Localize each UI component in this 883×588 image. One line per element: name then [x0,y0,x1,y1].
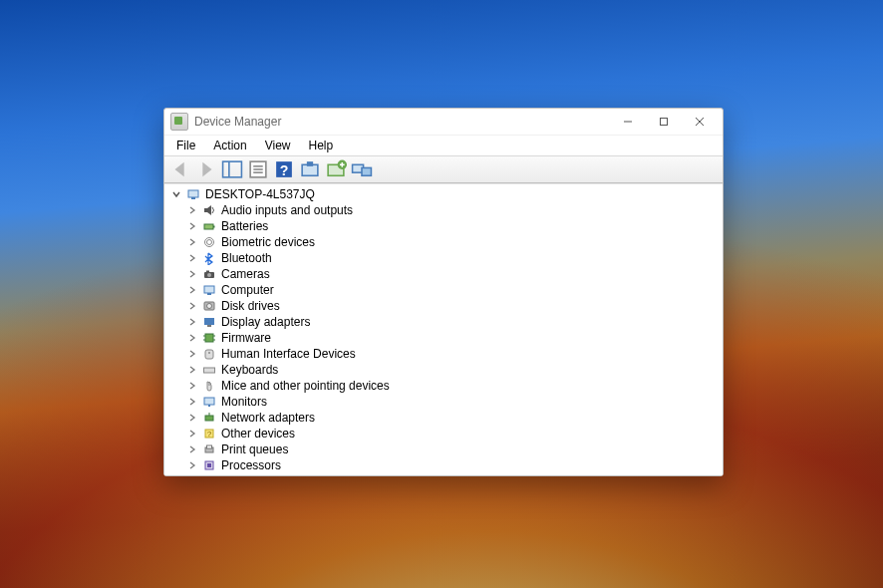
chevron-right-icon[interactable] [186,396,198,408]
tree-category[interactable]: Display adapters [168,314,723,330]
chevron-right-icon[interactable] [186,380,198,392]
properties-button[interactable] [246,157,270,181]
fingerprint-icon [201,234,217,250]
close-button[interactable] [683,111,717,133]
chevron-right-icon[interactable] [186,459,198,471]
tree-category[interactable]: Keyboards [168,362,723,378]
cpu-icon [201,457,217,473]
chevron-right-icon[interactable] [186,220,198,232]
tree-category-label: Audio inputs and outputs [221,203,353,217]
svg-rect-24 [213,226,215,228]
tree-category[interactable]: Disk drives [168,298,723,314]
device-tree[interactable]: DESKTOP-4L537JQ Audio inputs and outputs… [164,183,723,475]
tree-root-label: DESKTOP-4L537JQ [205,187,315,201]
chevron-right-icon[interactable] [186,300,198,312]
menu-action[interactable]: Action [205,137,254,154]
camera-icon [201,266,217,282]
chevron-down-icon[interactable] [170,188,182,200]
tree-category[interactable]: Monitors [168,394,723,410]
chevron-right-icon[interactable] [186,268,198,280]
tree-category-label: Mice and other pointing devices [221,379,390,393]
svg-rect-1 [661,119,668,126]
menubar: File Action View Help [164,135,723,155]
other-icon: ? [201,426,217,441]
tree-category-label: Human Interface Devices [221,347,356,361]
svg-rect-49 [205,416,213,421]
tree-category[interactable]: Processors [168,457,723,473]
chevron-right-icon[interactable] [186,204,198,216]
tree-category[interactable]: Bluetooth [168,250,723,266]
svg-rect-34 [204,318,214,325]
computer-icon [185,186,201,202]
disk-icon [201,298,217,314]
tree-category-label: Other devices [221,427,295,441]
keyboard-icon [201,362,217,378]
svg-rect-19 [362,167,371,175]
svg-rect-13 [307,161,313,166]
tree-category[interactable]: Security devices [168,473,723,475]
tree-category[interactable]: Batteries [168,218,723,234]
minimize-button[interactable] [611,111,645,133]
chevron-right-icon[interactable] [186,348,198,360]
tree-category[interactable]: ?Other devices [168,426,723,441]
tree-category[interactable]: Cameras [168,266,723,282]
menu-view[interactable]: View [257,137,299,154]
hid-icon [201,346,217,362]
tree-category-label: Cameras [221,267,270,281]
tree-category-label: Disk drives [221,299,280,313]
tree-category-label: Keyboards [221,363,278,377]
add-legacy-hardware-button[interactable] [324,157,348,181]
menu-help[interactable]: Help [301,137,342,154]
tree-category[interactable]: Print queues [168,441,723,457]
tree-category[interactable]: Computer [168,282,723,298]
tree-category-label: Security devices [221,474,308,475]
svg-rect-43 [204,368,215,373]
svg-rect-21 [191,197,195,199]
forward-button[interactable] [194,157,218,181]
security-icon [201,473,217,475]
chevron-right-icon[interactable] [186,252,198,264]
svg-rect-54 [207,445,212,448]
monitor-icon [201,394,217,410]
tree-category-label: Batteries [221,219,268,233]
chevron-right-icon[interactable] [186,364,198,376]
scan-hardware-button[interactable] [298,157,322,181]
menu-file[interactable]: File [168,137,203,154]
tree-category[interactable]: Firmware [168,330,723,346]
svg-rect-35 [207,325,211,327]
svg-rect-23 [204,224,213,229]
svg-point-42 [208,352,210,354]
devices-by-connection-button[interactable] [350,157,374,181]
battery-icon [201,218,217,234]
show-hide-tree-button[interactable] [220,157,244,181]
chevron-right-icon[interactable] [186,236,198,248]
svg-point-28 [207,273,211,277]
titlebar[interactable]: Device Manager [164,109,723,135]
tree-category[interactable]: Audio inputs and outputs [168,202,723,218]
tree-category-label: Processors [221,458,281,472]
help-button[interactable]: ? [272,157,296,181]
svg-rect-29 [206,271,209,273]
tree-category[interactable]: Human Interface Devices [168,346,723,362]
back-button[interactable] [168,157,192,181]
chevron-right-icon[interactable] [186,412,198,424]
maximize-button[interactable] [647,111,681,133]
bluetooth-icon [201,250,217,266]
chevron-right-icon[interactable] [186,284,198,296]
svg-rect-20 [188,190,198,197]
svg-rect-31 [207,293,211,295]
chevron-right-icon[interactable] [186,332,198,344]
chevron-right-icon[interactable] [186,443,198,455]
window-title: Device Manager [194,115,281,129]
svg-text:?: ? [207,430,212,439]
chevron-right-icon[interactable] [186,428,198,440]
chevron-right-icon[interactable] [186,316,198,328]
svg-rect-30 [204,286,214,293]
tree-root[interactable]: DESKTOP-4L537JQ [168,186,723,202]
tree-category[interactable]: Biometric devices [168,234,723,250]
tree-category-label: Bluetooth [221,251,272,265]
tree-category[interactable]: Network adapters [168,410,723,426]
svg-point-33 [207,304,212,309]
tree-category-label: Print queues [221,442,288,456]
tree-category[interactable]: Mice and other pointing devices [168,378,723,394]
